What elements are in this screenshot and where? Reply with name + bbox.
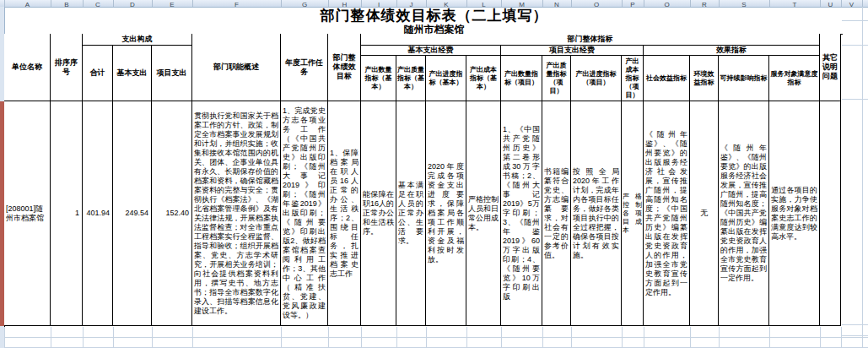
header-output-progress-project[interactable]: 产出进度指标（项目） xyxy=(571,56,622,101)
cell-annual-work-tasks[interactable]: 1、完成党史方志各项业务工作（《中国共产党随州历史》出版印刷；《随州大事记201… xyxy=(281,101,328,326)
header-project-expense-funds[interactable]: 项目支出经费 xyxy=(501,46,644,56)
cell-env-benefit[interactable]: 无 xyxy=(690,101,719,326)
header-unit-name[interactable]: 单位名称 xyxy=(4,34,51,101)
cell-output-quality-basic[interactable]: 基本满足在职人员的正常办公、生活要求。 xyxy=(396,101,426,326)
gridline xyxy=(842,45,868,46)
cell-dept-function-overview[interactable]: 贯彻执行党和国家关于档案工作的方针、政策，制定全市档案事业发展规划和计划，并组织… xyxy=(192,101,281,326)
header-dept-overall-indicators[interactable]: 部门整体指标 xyxy=(361,34,820,46)
cell-output-quality-project[interactable]: 书籍编纂符合党史、方志编纂要求，对社会有一定的参考价值。 xyxy=(542,101,571,326)
cell-basic-expenditure[interactable]: 249.54 xyxy=(113,101,152,326)
header-project-expenditure[interactable]: 项目支出 xyxy=(152,46,192,101)
cell-output-progress-basic[interactable]: 2020年度完成各项资金支出进度要求，保障档案局各项工作顺利开展，资金及福利按时… xyxy=(426,101,466,326)
header-output-cost-project[interactable]: 产出成本指标（项目） xyxy=(622,56,644,101)
cell-social-benefit[interactable]: 《随州年鉴》、《随州要览》的出版服务经济社会发展，宣传推广随州，提高随州知名度；… xyxy=(644,101,690,326)
header-dept-function-overview[interactable]: 部门职能概述 xyxy=(192,34,281,101)
cell-other-notes[interactable] xyxy=(820,101,841,326)
header-total[interactable]: 合计 xyxy=(83,46,113,101)
header-basic-expense-funds[interactable]: 基本支出经费 xyxy=(361,46,501,56)
header-output-qty-basic[interactable]: 产出数量指标（基本） xyxy=(361,56,396,101)
header-output-quality-basic[interactable]: 产出质量指标（基本） xyxy=(396,56,426,101)
header-expenditure-composition[interactable]: 支出构成 xyxy=(83,34,192,46)
cell-sustainable-impact[interactable]: 《随州年鉴》、《随州要览》的出版服务经济社会发展，宣传推广随州，提高随州知名度；… xyxy=(719,101,769,326)
header-basic-expenditure[interactable]: 基本支出 xyxy=(113,46,152,101)
cell-project-expenditure[interactable]: 152.40 xyxy=(152,101,192,326)
gridline xyxy=(862,7,863,348)
spreadsheet-canvas: ABCDEFGHIJKLMNOPQRSTUV 部门整体绩效目标表（二上填写） 随… xyxy=(0,0,868,348)
header-annual-work-tasks[interactable]: 年度工作任务 xyxy=(281,34,328,101)
cell-output-qty-basic[interactable]: 能保障在职16人的正常办公和生活秩序。 xyxy=(361,101,396,326)
cell-service-satisfaction[interactable]: 通过各项目的实施，力争使服务对象对档案史志工作的满意度达到较高水平。 xyxy=(769,101,820,326)
cell-output-progress-project[interactable]: 按照全局2020年工作计划，完成年内各项目标任务，做好各类项目执行中的全过程把握… xyxy=(571,101,622,326)
header-other-notes[interactable]: 其它说明问题 xyxy=(820,34,841,101)
cell-order-no[interactable]: 1 xyxy=(51,101,83,326)
gridline xyxy=(842,324,868,325)
header-env-benefit[interactable]: 环境效益指标 xyxy=(690,56,719,101)
cell-total[interactable]: 401.94 xyxy=(83,101,113,326)
gridline xyxy=(842,335,868,336)
header-dept-overall-target[interactable]: 部门整体绩效目标 xyxy=(328,34,361,101)
header-output-cost-basic[interactable]: 产出成本指标（基本） xyxy=(466,56,501,101)
header-output-qty-project[interactable]: 产出数量指标（项目） xyxy=(501,56,542,101)
cell-output-qty-project[interactable]: 1、《中国共产党随州历史》第二卷形成30万字书稿；2、《随州大事记2019》5万… xyxy=(501,101,542,326)
gridline xyxy=(4,337,868,338)
header-output-quality-project[interactable]: 产出质量指标（项目） xyxy=(542,56,571,101)
header-output-progress-basic[interactable]: 产出进度指标（基本） xyxy=(426,56,466,101)
cell-output-cost-basic[interactable]: 严格控制人员和日常公用成本。 xyxy=(466,101,501,326)
header-order-no[interactable]: 排序序号 xyxy=(51,34,83,101)
header-service-satisfaction[interactable]: 服务对象满意度指标 xyxy=(769,56,820,101)
header-effect-indicators[interactable]: 效果指标 xyxy=(644,46,820,56)
cell-unit-name[interactable]: [208001]随州市档案馆 xyxy=(4,101,51,326)
cell-dept-overall-target[interactable]: 1、保障档案局在职人员16人正常的办公、生活秩序；2、围绕目标任务，扎实推进档案… xyxy=(328,101,361,326)
gridline xyxy=(842,99,868,100)
header-sustainable-impact[interactable]: 可持续影响指标 xyxy=(719,56,769,101)
cell-output-cost-project[interactable]: 严格控制各项目成本 xyxy=(622,101,644,326)
header-social-benefit[interactable]: 社会效益指标 xyxy=(644,56,690,101)
